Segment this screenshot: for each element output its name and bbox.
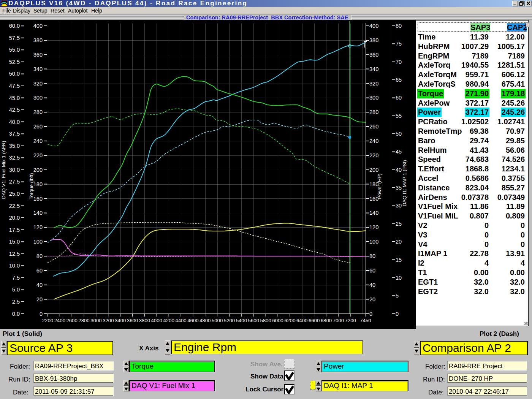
svg-text:DAQ V1: Fuel Mix 1 (AFR): DAQ V1: Fuel Mix 1 (AFR) — [1, 141, 6, 199]
svg-text:12.5: 12.5 — [9, 251, 20, 257]
svg-text:7.5: 7.5 — [12, 275, 20, 281]
svg-text:75: 75 — [396, 41, 402, 47]
svg-text:20: 20 — [36, 296, 43, 302]
svg-text:7450: 7450 — [360, 318, 371, 323]
svg-text:42.5: 42.5 — [9, 107, 20, 113]
svg-text:300: 300 — [33, 95, 43, 101]
svg-text:6400: 6400 — [296, 318, 307, 323]
svg-text:5800: 5800 — [260, 318, 271, 323]
svg-text:5000: 5000 — [212, 318, 223, 323]
svg-text:52.5: 52.5 — [9, 59, 20, 65]
svg-text:340: 340 — [369, 66, 378, 72]
svg-text:340: 340 — [33, 66, 43, 72]
svg-text:360: 360 — [369, 52, 378, 58]
svg-text:0: 0 — [369, 311, 372, 317]
svg-text:180: 180 — [33, 181, 43, 187]
svg-text:6800: 6800 — [321, 318, 332, 323]
svg-text:50: 50 — [396, 131, 402, 137]
svg-text:25.0: 25.0 — [9, 191, 20, 197]
svg-text:60.0: 60.0 — [9, 23, 20, 29]
svg-text:60: 60 — [369, 268, 375, 274]
svg-text:70: 70 — [396, 59, 402, 65]
svg-text:17.5: 17.5 — [9, 227, 20, 233]
svg-text:2200: 2200 — [42, 318, 53, 323]
svg-text:0: 0 — [40, 311, 43, 317]
svg-text:5400: 5400 — [236, 318, 247, 323]
svg-text:100: 100 — [369, 239, 378, 245]
svg-text:5.0: 5.0 — [12, 287, 20, 293]
svg-text:22.5: 22.5 — [9, 203, 20, 209]
svg-text:300: 300 — [369, 95, 378, 101]
svg-text:35.0: 35.0 — [9, 143, 20, 149]
svg-text:10: 10 — [396, 275, 402, 281]
svg-text:120: 120 — [369, 224, 378, 230]
svg-text:0: 0 — [396, 311, 399, 317]
svg-text:360: 360 — [33, 52, 43, 58]
svg-text:15: 15 — [396, 257, 402, 263]
svg-text:400: 400 — [33, 23, 43, 29]
svg-text:320: 320 — [33, 81, 43, 87]
svg-text:7200: 7200 — [345, 318, 356, 323]
svg-text:7000: 7000 — [333, 318, 344, 323]
svg-text:100: 100 — [33, 239, 43, 245]
svg-text:32.5: 32.5 — [9, 155, 20, 161]
svg-text:20.0: 20.0 — [9, 215, 20, 221]
svg-text:260: 260 — [33, 124, 43, 130]
svg-text:280: 280 — [369, 109, 378, 115]
svg-text:10.0: 10.0 — [9, 263, 20, 269]
svg-text:5: 5 — [396, 293, 399, 299]
svg-text:40: 40 — [369, 282, 375, 288]
svg-text:47.5: 47.5 — [9, 83, 20, 89]
svg-text:2400: 2400 — [54, 318, 65, 323]
svg-text:4400: 4400 — [175, 318, 186, 323]
svg-text:3800: 3800 — [139, 318, 150, 323]
svg-text:55: 55 — [396, 113, 402, 119]
svg-text:3200: 3200 — [103, 318, 114, 323]
svg-text:60: 60 — [36, 268, 43, 274]
svg-text:40: 40 — [36, 282, 43, 288]
svg-text:20: 20 — [369, 296, 375, 302]
svg-text:200: 200 — [33, 167, 43, 173]
svg-text:50.0: 50.0 — [9, 71, 20, 77]
svg-text:320: 320 — [369, 81, 378, 87]
svg-text:120: 120 — [33, 224, 43, 230]
svg-text:240: 240 — [33, 138, 43, 144]
svg-text:37.5: 37.5 — [9, 131, 20, 137]
svg-text:40.0: 40.0 — [9, 119, 20, 125]
svg-text:140: 140 — [369, 210, 378, 216]
svg-text:400: 400 — [369, 23, 378, 29]
svg-text:3600: 3600 — [127, 318, 138, 323]
svg-text:4600: 4600 — [187, 318, 198, 323]
svg-text:6000: 6000 — [272, 318, 283, 323]
svg-text:2600: 2600 — [66, 318, 77, 323]
svg-text:25: 25 — [396, 221, 402, 227]
svg-text:6600: 6600 — [309, 318, 320, 323]
svg-text:140: 140 — [33, 210, 43, 216]
svg-text:4800: 4800 — [200, 318, 211, 323]
svg-text:240: 240 — [369, 138, 378, 144]
svg-text:15.0: 15.0 — [9, 239, 20, 245]
svg-text:30: 30 — [396, 203, 402, 209]
svg-text:3400: 3400 — [115, 318, 126, 323]
svg-text:4200: 4200 — [163, 318, 174, 323]
svg-text:20: 20 — [396, 239, 402, 245]
svg-text:80: 80 — [396, 23, 402, 29]
svg-text:6200: 6200 — [284, 318, 295, 323]
svg-text:60: 60 — [396, 95, 402, 101]
svg-text:80: 80 — [369, 253, 375, 259]
svg-text:200: 200 — [369, 167, 378, 173]
svg-text:65: 65 — [396, 77, 402, 83]
svg-text:45.0: 45.0 — [9, 95, 20, 101]
svg-text:380: 380 — [33, 37, 43, 43]
svg-text:80: 80 — [36, 253, 43, 259]
svg-text:30.0: 30.0 — [9, 167, 20, 173]
svg-text:380: 380 — [369, 37, 378, 43]
svg-text:27.5: 27.5 — [9, 179, 20, 185]
svg-text:2.5: 2.5 — [12, 299, 20, 305]
svg-text:45: 45 — [396, 149, 402, 155]
svg-text:40: 40 — [396, 167, 402, 173]
svg-text:280: 280 — [33, 109, 43, 115]
svg-text:220: 220 — [369, 152, 378, 158]
svg-text:35: 35 — [396, 185, 402, 191]
svg-text:4000: 4000 — [151, 318, 162, 323]
